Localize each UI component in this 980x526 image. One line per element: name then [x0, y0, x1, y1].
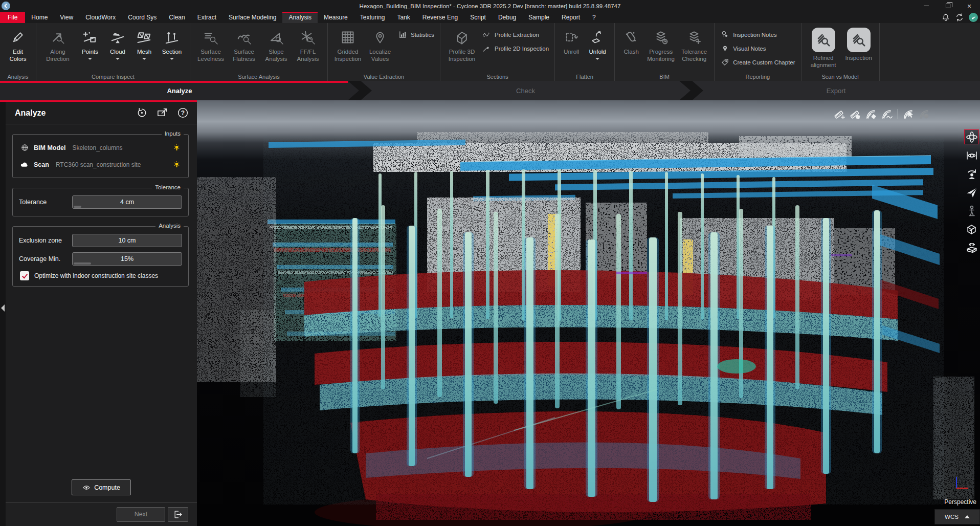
menu-report[interactable]: Report — [555, 12, 586, 23]
dropdown-arrow-icon — [170, 58, 174, 60]
exclusion-zone-input[interactable]: 10 cm — [72, 234, 182, 247]
next-button[interactable]: Next — [117, 507, 165, 522]
gridded-inspection-button[interactable]: Gridded Inspection — [331, 25, 364, 62]
cloud-compare-button[interactable]: Cloud — [104, 25, 131, 60]
unroll-button[interactable]: Unroll — [559, 25, 584, 56]
dropdown-arrow-icon — [88, 58, 92, 60]
menu-sample[interactable]: Sample — [522, 12, 555, 23]
slider-notch[interactable] — [74, 206, 81, 208]
rotate-box-button[interactable] — [965, 240, 978, 254]
connection-status-icon[interactable] — [969, 13, 978, 22]
coverage-min-input[interactable]: 15% — [72, 252, 182, 266]
profile-3d-inspection-button[interactable]: Profile 3D Inspection — [444, 25, 480, 62]
inspection-notes-button[interactable]: Inspection Notes — [720, 30, 795, 39]
create-custom-chapter-button[interactable]: Create Custom Chapter — [720, 57, 795, 67]
visual-notes-icon — [720, 43, 730, 53]
ruler-plus-button[interactable] — [832, 107, 846, 121]
menu-reverse-eng[interactable]: Reverse Eng — [416, 12, 464, 23]
reset-icon[interactable] — [136, 107, 148, 119]
app-icon[interactable] — [2, 2, 10, 10]
constrained-orbit-button[interactable] — [965, 148, 978, 162]
optimize-checkbox[interactable] — [20, 271, 29, 280]
panel-edge-strip — [0, 102, 6, 526]
walk-button[interactable] — [965, 204, 978, 217]
menu-bar: File Home View CloudWorx Coord Sys Clean… — [0, 12, 980, 23]
menu-analysis[interactable]: Analysis — [282, 12, 318, 23]
chevron-up-icon — [965, 515, 970, 518]
collapse-panel-icon[interactable] — [1, 304, 5, 312]
measure-sphere-button[interactable] — [917, 107, 931, 121]
menu-extract[interactable]: Extract — [191, 12, 222, 23]
fly-button[interactable] — [965, 185, 978, 199]
profile-2d-inspection-button[interactable]: Profile 2D Inspection — [482, 43, 549, 53]
menu-coord-sys[interactable]: Coord Sys — [122, 12, 163, 23]
ruler-cube-button[interactable] — [848, 107, 862, 121]
minimize-button[interactable] — [916, 0, 937, 12]
mesh-compare-button[interactable]: Mesh — [131, 25, 158, 60]
wcs-selector[interactable]: WCS — [934, 509, 980, 524]
eye-icon — [82, 484, 91, 492]
sync-icon[interactable] — [955, 13, 964, 22]
scan-row[interactable]: Scan RTC360 scan_construction site — [19, 156, 182, 173]
ffl-analysis-button[interactable]: FF/FL Analysis — [292, 25, 324, 62]
along-direction-button[interactable]: Along Direction — [40, 25, 76, 62]
menu-clean[interactable]: Clean — [163, 12, 191, 23]
menu-help[interactable]: ? — [586, 12, 602, 23]
protractor-wave-button[interactable] — [880, 107, 894, 121]
slope-analysis-button[interactable]: Slope Analysis — [260, 25, 292, 62]
close-icon: × — [967, 2, 971, 10]
tolerance-group: Tolerance Tolerance 4 cm — [12, 188, 189, 216]
orbit-button[interactable] — [965, 130, 978, 144]
inspection-notes-icon — [720, 30, 730, 39]
section-compare-button[interactable]: Section — [158, 25, 186, 60]
statistics-button[interactable]: Statistics — [398, 30, 434, 39]
edit-colors-button[interactable]: Edit Colors — [4, 25, 32, 62]
viewcube-button[interactable] — [965, 222, 978, 236]
menu-script[interactable]: Script — [464, 12, 492, 23]
workflow-stage-analyze[interactable]: Analyze — [0, 81, 359, 100]
clash-icon — [622, 28, 640, 47]
exit-button[interactable] — [168, 507, 188, 522]
bim-model-icon — [20, 143, 29, 152]
projection-label[interactable]: Perspective — [944, 498, 976, 506]
workflow-stage-export[interactable]: Export — [692, 81, 980, 100]
surface-levelness-button[interactable]: Surface Levelness — [194, 25, 228, 62]
menu-file[interactable]: File — [0, 12, 25, 23]
detach-panel-icon[interactable] — [157, 107, 168, 119]
menu-surface-modeling[interactable]: Surface Modeling — [222, 12, 282, 23]
tolerance-checking-button[interactable]: Tolerance Checking — [678, 25, 710, 62]
profile-extraction-button[interactable]: Profile Extraction — [482, 30, 549, 39]
menu-debug[interactable]: Debug — [492, 12, 522, 23]
restore-button[interactable] — [937, 0, 959, 12]
progress-monitoring-button[interactable]: Progress Monitoring — [644, 25, 678, 62]
notifications-bell-icon[interactable] — [941, 13, 950, 22]
localize-values-button[interactable]: Localize Values — [364, 25, 396, 62]
visual-notes-button[interactable]: Visual Notes — [720, 43, 795, 53]
lightbulb-icon[interactable] — [172, 160, 181, 169]
menu-tank[interactable]: Tank — [391, 12, 416, 23]
map-pin-icon — [371, 28, 389, 47]
viewport-3d[interactable]: Perspective WCS — [197, 100, 980, 526]
surface-flatness-button[interactable]: Surface Flatness — [228, 25, 260, 62]
help-icon[interactable] — [177, 107, 189, 119]
workflow-stage-check[interactable]: Check — [361, 81, 691, 100]
menu-view[interactable]: View — [54, 12, 79, 23]
slider-notch[interactable] — [74, 262, 91, 265]
measure-pick-button[interactable] — [901, 107, 915, 121]
points-compare-button[interactable]: Points — [76, 25, 104, 60]
clash-button[interactable]: Clash — [618, 25, 644, 56]
menu-measure[interactable]: Measure — [318, 12, 354, 23]
turntable-button[interactable] — [965, 167, 978, 181]
bim-model-row[interactable]: BIM Model Skeleton_columns — [19, 139, 182, 156]
menu-home[interactable]: Home — [25, 12, 54, 23]
menu-cloudworx[interactable]: CloudWorx — [79, 12, 122, 23]
refined-alignment-button[interactable]: Refined alignment — [805, 25, 842, 69]
close-button[interactable]: × — [959, 0, 980, 12]
protractor-cube-button[interactable] — [864, 107, 878, 121]
menu-texturing[interactable]: Texturing — [354, 12, 391, 23]
scan-inspection-button[interactable]: Inspection — [842, 25, 876, 62]
lightbulb-icon[interactable] — [172, 143, 181, 152]
tolerance-input[interactable]: 4 cm — [72, 195, 182, 209]
compute-button[interactable]: Compute — [72, 479, 131, 495]
unfold-button[interactable]: Unfold — [584, 25, 611, 60]
